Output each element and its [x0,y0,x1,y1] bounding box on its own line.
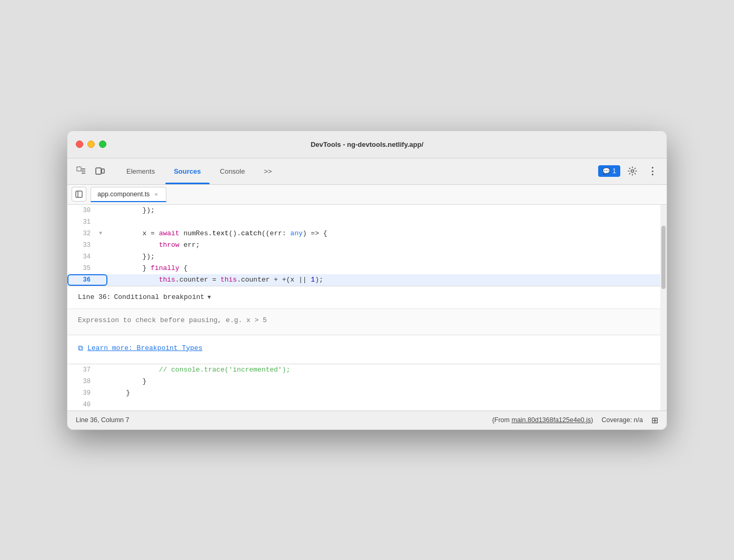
line-number-35: 35 [67,263,99,274]
line-number-33: 33 [67,239,99,251]
traffic-lights [76,141,106,148]
line-number-38: 38 [67,376,99,387]
code-line-38: 38 } [67,376,667,387]
line-number-30: 30 [67,205,99,216]
line-number-31: 31 [67,216,99,228]
line-number-36: 36 [67,274,99,286]
file-tab-name: app.component.ts [97,191,150,198]
line-content-34: }); [107,251,155,263]
svg-point-3 [631,170,634,173]
bp-header: Line 36: Conditional breakpoint ▼ [67,286,667,309]
badge-count: 1 [612,167,616,175]
line-number-39: 39 [67,387,99,399]
code-area[interactable]: 30 }); 31 32 ▼ x = await numRes.text().c… [67,205,667,411]
close-button[interactable] [76,141,83,148]
tab-elements[interactable]: Elements [118,163,163,179]
bp-input-area [67,309,667,335]
code-line-30: 30 }); [67,205,667,216]
svg-rect-4 [76,191,82,197]
bp-dropdown-arrow[interactable]: ▼ [207,292,211,303]
code-line-31: 31 [67,216,667,228]
line-content-37: // console.trace('incremented'); [107,364,290,376]
line-content-35: } finally { [107,263,187,274]
cursor-position: Line 36, Column 7 [76,416,129,424]
breakpoint-popup: Line 36: Conditional breakpoint ▼ ⧉ Lear… [67,286,667,364]
line-content-31 [107,216,114,228]
bp-link-area: ⧉ Learn more: Breakpoint Types [67,335,667,364]
window-title: DevTools - ng-devtools.netlify.app/ [311,141,423,148]
devtools-window: DevTools - ng-devtools.netlify.app/ Elem… [67,131,667,430]
maximize-button[interactable] [99,141,106,148]
toolbar: Elements Sources Console >> 💬 1 ⋮ [67,158,667,185]
code-line-32: 32 ▼ x = await numRes.text().catch((err:… [67,228,667,239]
device-icon[interactable] [93,164,107,178]
line-content-36: this.counter = this.counter + +(x || 1); [107,274,323,286]
line-number-32: 32 [67,228,99,239]
statusbar: Line 36, Column 7 (From main.80d1368fa12… [67,411,667,429]
external-link-icon: ⧉ [78,343,83,354]
code-line-36: 36 this.counter = this.counter + +(x || … [67,274,667,286]
code-line-40: 40 [67,399,667,411]
svg-rect-1 [96,168,101,174]
line-content-39: } [107,387,130,399]
tab-sources[interactable]: Sources [165,163,209,179]
minimize-button[interactable] [87,141,95,148]
sidebar-toggle[interactable] [72,187,86,202]
file-tab-close[interactable]: × [153,191,159,198]
line-content-38: } [107,376,146,387]
toolbar-icons [74,164,107,178]
code-line-37: 37 // console.trace('incremented'); [67,364,667,376]
inspector-icon[interactable] [74,164,88,178]
code-line-39: 39 } [67,387,667,399]
from-label: (From main.80d1368fa125e4e0.js) [492,416,593,424]
toolbar-right: 💬 1 ⋮ [598,163,660,179]
source-file-link[interactable]: main.80d1368fa125e4e0.js [511,416,591,424]
editor-area: 30 }); 31 32 ▼ x = await numRes.text().c… [67,205,667,411]
tab-console[interactable]: Console [212,163,254,179]
line-number-40: 40 [67,399,99,411]
learn-more-link[interactable]: Learn more: Breakpoint Types [87,343,202,354]
line-number-37: 37 [67,364,99,376]
settings-icon[interactable] [624,163,640,179]
bp-expression-input[interactable] [78,314,656,326]
more-options-icon[interactable]: ⋮ [644,163,660,179]
line-number-34: 34 [67,251,99,263]
code-line-34: 34 }); [67,251,667,263]
line-content-32: x = await numRes.text().catch((err: any)… [107,228,328,239]
screenshot-icon[interactable]: ⊞ [651,415,658,425]
svg-rect-2 [102,169,104,173]
badge-icon: 💬 [602,167,610,175]
titlebar: DevTools - ng-devtools.netlify.app/ [67,131,667,158]
statusbar-right: (From main.80d1368fa125e4e0.js) Coverage… [492,415,658,425]
line-content-40 [107,399,114,411]
line-content-30: }); [107,205,155,216]
line-content-33: throw err; [107,239,200,251]
code-line-35: 35 } finally { [67,263,667,274]
editor-container: 30 }); 31 32 ▼ x = await numRes.text().c… [67,205,667,411]
coverage-status: Coverage: n/a [601,416,643,424]
svg-rect-0 [77,167,81,171]
tab-more[interactable]: >> [255,163,280,179]
file-tab-app-component[interactable]: app.component.ts × [91,187,166,202]
bp-type-label: Conditional breakpoint [114,292,204,303]
file-tabbar: app.component.ts × [67,185,667,205]
scrollbar-thumb[interactable] [661,226,666,289]
code-line-33: 33 throw err; [67,239,667,251]
scrollbar-track[interactable] [660,205,667,411]
messages-badge[interactable]: 💬 1 [598,165,620,177]
bp-line-label: Line 36: [78,292,111,303]
